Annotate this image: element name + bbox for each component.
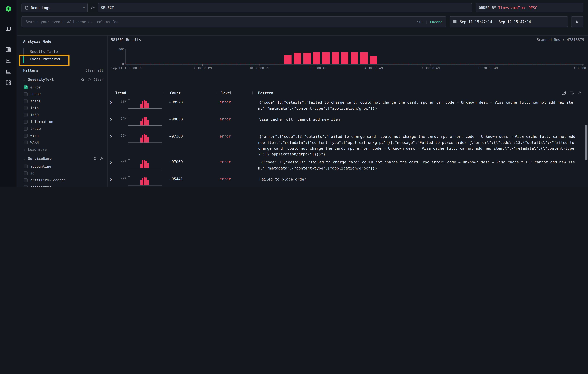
app-root: ? U Demo Logs ▲▼ SELECT ORDER BY Times: [0, 0, 588, 187]
expand-row-chevron-icon[interactable]: ❯: [110, 99, 116, 114]
pattern-text[interactable]: Failed to place order: [258, 176, 588, 187]
chart-explorer-icon[interactable]: [5, 57, 12, 64]
count-value: ~98058: [166, 116, 220, 131]
language-toggle: SQL | Lucene: [417, 20, 442, 24]
sql-mode-button[interactable]: SQL: [417, 20, 423, 24]
checkbox[interactable]: [24, 178, 28, 182]
histogram-bar[interactable]: [313, 52, 320, 64]
expand-row-chevron-icon[interactable]: ❯: [110, 176, 116, 187]
filter-option[interactable]: ad: [23, 170, 107, 177]
filter-option[interactable]: ERROR: [23, 91, 107, 98]
clear-all-button[interactable]: Clear all: [85, 69, 104, 72]
group-name-severitytext[interactable]: SeverityText: [28, 77, 54, 81]
histogram-bar[interactable]: [284, 55, 292, 64]
checkbox[interactable]: [24, 133, 28, 137]
pattern-text[interactable]: {"error":{"code":13,"details":"failed to…: [258, 133, 588, 157]
histogram-bar[interactable]: [369, 56, 377, 64]
clear-severity-button[interactable]: Clear: [94, 78, 104, 81]
search-logs-icon[interactable]: [5, 46, 12, 53]
checkbox[interactable]: [24, 127, 28, 131]
histogram-bar[interactable]: [341, 52, 348, 64]
pin-icon[interactable]: [100, 157, 104, 161]
select-chevrons-icon: ▲▼: [83, 6, 85, 9]
select-query-input[interactable]: SELECT: [98, 3, 472, 12]
filter-option[interactable]: trace: [23, 125, 107, 132]
expand-row-chevron-icon[interactable]: ❯: [110, 133, 116, 157]
patterns-table: Trend Count level Pattern: [107, 90, 588, 187]
checkbox[interactable]: [24, 185, 28, 187]
table-row[interactable]: ❯ 24K ~98058 error Visa cache full: cann…: [107, 114, 588, 131]
download-icon[interactable]: [578, 91, 582, 95]
view-code-icon[interactable]: [562, 91, 566, 95]
table-row[interactable]: ❯ 22K ~97360 error {"error":{"code":13,"…: [107, 131, 588, 157]
load-more-button[interactable]: › Load more: [23, 147, 107, 152]
filter-option[interactable]: warn: [23, 132, 107, 139]
count-value: ~95441: [166, 176, 220, 187]
checkbox[interactable]: [24, 85, 28, 89]
mode-event-patterns[interactable]: Event Patterns: [23, 55, 107, 63]
filter-option[interactable]: WARN: [23, 139, 107, 146]
histogram-bar[interactable]: [303, 53, 311, 64]
x-axis-tick-label: 3:30:00 PM: [573, 66, 588, 70]
pattern-text[interactable]: {"code":13,"details":"failed to charge c…: [258, 99, 588, 114]
checkbox[interactable]: [24, 141, 28, 144]
gear-icon[interactable]: [90, 5, 95, 10]
run-query-button[interactable]: [571, 16, 583, 27]
source-select[interactable]: Demo Logs ▲▼: [21, 3, 88, 12]
sidebar-toggle-icon[interactable]: [5, 25, 12, 32]
checkbox[interactable]: [24, 113, 28, 117]
column-level[interactable]: level: [217, 90, 252, 96]
filter-option[interactable]: accounting: [23, 163, 107, 170]
search-icon[interactable]: [81, 78, 85, 81]
group-name-servicename[interactable]: ServiceName: [28, 157, 52, 161]
checkbox[interactable]: [24, 92, 28, 96]
time-range-picker[interactable]: Sep 11 15:47:14 - Sep 12 15:47:14: [450, 16, 568, 27]
scrollbar-thumb[interactable]: [585, 125, 588, 160]
filter-option[interactable]: cainjector: [23, 183, 107, 187]
table-row[interactable]: ❯ 22K ~98523 error {"code":13,"details":…: [107, 97, 588, 114]
app-logo-icon[interactable]: [3, 4, 13, 14]
order-by-input[interactable]: ORDER BY TimestampTime DESC: [476, 3, 583, 12]
select-keyword: SELECT: [101, 6, 114, 10]
column-pattern[interactable]: Pattern: [253, 90, 562, 96]
lucene-mode-button[interactable]: Lucene: [430, 20, 442, 24]
dashboards-icon[interactable]: [5, 79, 12, 86]
table-row[interactable]: ❯ 22K ~95441 error Failed to place order: [107, 174, 588, 187]
checkbox[interactable]: [24, 171, 28, 175]
pin-icon[interactable]: [87, 78, 91, 81]
search-icon[interactable]: [93, 157, 97, 161]
chevron-down-icon[interactable]: ⌄: [23, 78, 26, 81]
filter-option[interactable]: Information: [23, 118, 107, 125]
histogram-bar[interactable]: [322, 52, 330, 64]
column-count[interactable]: Count: [164, 90, 217, 96]
checkbox[interactable]: [24, 106, 28, 110]
histogram-bar[interactable]: [351, 52, 358, 64]
expand-row-chevron-icon[interactable]: ❯: [110, 159, 116, 174]
expand-row-chevron-icon[interactable]: ❯: [110, 116, 116, 131]
histogram-bar[interactable]: [294, 53, 301, 64]
calendar-icon: [453, 19, 457, 24]
column-trend[interactable]: Trend: [110, 90, 164, 96]
pattern-text[interactable]: ×{"code":13,"details":"failed to charge …: [258, 159, 588, 174]
filter-option[interactable]: artillery-loadgen: [23, 177, 107, 183]
analysis-mode-title: Analysis Mode: [23, 40, 107, 43]
wrap-text-icon[interactable]: [569, 91, 574, 95]
checkbox[interactable]: [24, 164, 28, 168]
sessions-icon[interactable]: [5, 68, 12, 75]
results-histogram[interactable]: 80K 0 Sep 11 3:30:00 PM7:30:00 PM10:30:0…: [107, 45, 588, 72]
filter-option[interactable]: INFO: [23, 111, 107, 118]
filter-option[interactable]: fatal: [23, 98, 107, 104]
filter-group-severitytext: ⌄ SeverityText Clear: [23, 77, 107, 81]
table-row[interactable]: ❯ 22K ~97069 error ×{"code":13,"details"…: [107, 157, 588, 174]
histogram-bar[interactable]: [332, 52, 339, 64]
pattern-text[interactable]: Visa cache full: cannot add new item.: [258, 116, 588, 131]
histogram-bar[interactable]: [360, 52, 368, 64]
mode-results-table[interactable]: Results Table: [23, 48, 107, 55]
chevron-down-icon[interactable]: ⌄: [23, 157, 26, 160]
filter-option[interactable]: error: [23, 84, 107, 91]
search-input[interactable]: [25, 20, 417, 24]
filter-option[interactable]: info: [23, 104, 107, 111]
checkbox[interactable]: [24, 99, 28, 103]
checkbox[interactable]: [24, 120, 28, 124]
trend-sparkline: [128, 133, 166, 145]
